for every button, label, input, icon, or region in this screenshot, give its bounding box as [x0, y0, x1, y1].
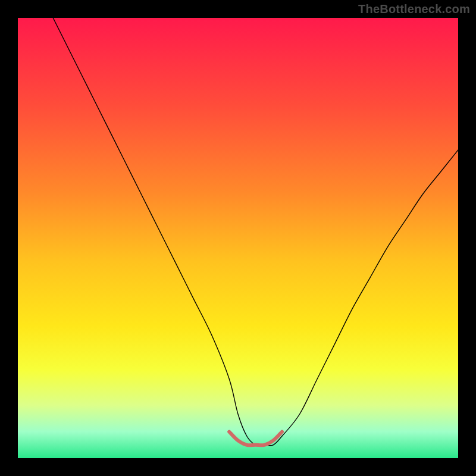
- plot-background: [18, 18, 458, 458]
- bottleneck-chart: [0, 0, 476, 476]
- watermark-label: TheBottleneck.com: [358, 2, 470, 16]
- chart-stage: TheBottleneck.com: [0, 0, 476, 476]
